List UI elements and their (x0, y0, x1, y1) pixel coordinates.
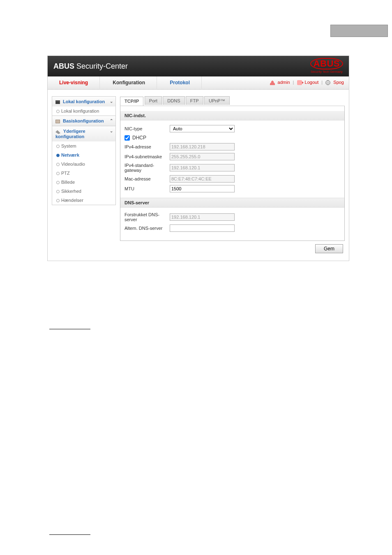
ipv4-addr-label: IPv4-adresse (125, 144, 170, 149)
button-row: Gem (120, 241, 345, 253)
ipv4-gw-label: IPv4-standard-gateway (125, 163, 170, 173)
subtab-ftp[interactable]: FTP (186, 96, 203, 105)
wrench-icon (55, 129, 60, 134)
sidebar-group-basis[interactable]: Basiskonfiguration ⌃ (52, 116, 115, 126)
sidebar-item-security[interactable]: Sikkerhed (52, 187, 115, 196)
sidebar-item-label: System (61, 143, 76, 148)
header: ABUS Security-Center ABUS Security Tech … (48, 56, 349, 76)
sidebar: Lokal konfiguration ⌄ Lokal konfiguratio… (52, 96, 116, 253)
ipv4-mask-label: IPv4-subnetmaske (125, 154, 170, 159)
sidebar-item-label: Lokal konfiguration (61, 109, 99, 113)
lang-link[interactable]: Spog (333, 80, 344, 85)
subtabs: TCP/IP Port DDNS FTP UPnP™ (120, 96, 345, 106)
folder-icon (55, 120, 60, 123)
mac-input[interactable] (170, 175, 235, 183)
mac-label: Mac-adresse (125, 176, 170, 181)
subtab-tcpip[interactable]: TCP/IP (120, 97, 143, 106)
sidebar-item-label: Sikkerhed (61, 189, 81, 194)
sidebar-item-image[interactable]: Billede (52, 178, 115, 187)
title-thin: Security-Center (74, 62, 128, 70)
dns-pref-label: Forstrukket DNS-server (125, 212, 170, 222)
nic-type-select[interactable]: Auto (170, 125, 235, 132)
sidebar-item-label: PTZ (61, 171, 70, 176)
chevron-down-icon: ⌄ (110, 129, 113, 133)
sidebar-item-videoaudio[interactable]: Video/audio (52, 160, 115, 169)
ipv4-mask-input[interactable] (170, 153, 235, 160)
sidebar-item-label: Billede (61, 180, 75, 185)
dns-pref-input[interactable] (170, 213, 235, 221)
save-button[interactable]: Gem (315, 244, 343, 253)
subtab-port[interactable]: Port (145, 96, 162, 105)
sidebar-item-system[interactable]: System (52, 141, 115, 150)
sep: | (293, 80, 294, 85)
ipv4-gw-input[interactable] (170, 164, 235, 171)
brand-logo: ABUS Security Tech Germany (310, 58, 343, 74)
sidebar-item-events[interactable]: Hændelser (52, 196, 115, 205)
dns-alt-label: Altern. DNS-server (125, 226, 170, 231)
form-panel: NIC-indst. NIC-type Auto DHCP IPv4-adres… (120, 106, 345, 241)
chevron-up-icon: ⌃ (110, 118, 113, 123)
mtu-input[interactable] (170, 185, 235, 192)
topnav: Live-visning Konfiguration Protokol admi… (48, 76, 349, 90)
topnav-right: admin | Logout | Spog (269, 80, 345, 85)
chevron-down-icon: ⌄ (110, 99, 113, 104)
section-dns: DNS-server (120, 198, 344, 208)
admin-link[interactable]: admin (278, 80, 290, 85)
dns-alt-input[interactable] (170, 224, 235, 232)
logo-text: ABUS (310, 58, 343, 69)
subtab-ddns[interactable]: DDNS (163, 96, 184, 105)
dhcp-checkbox[interactable] (125, 135, 130, 141)
sidebar-group-label: Basiskonfiguration (63, 118, 104, 123)
sidebar-group-local[interactable]: Lokal konfiguration ⌄ (52, 97, 115, 106)
nic-type-label: NIC-type (125, 126, 170, 131)
section-nic: NIC-indst. (120, 111, 344, 120)
user-icon (270, 80, 275, 85)
monitor-icon (55, 100, 60, 104)
logo-tagline: Security Tech Germany (310, 70, 343, 74)
content: Lokal konfiguration ⌄ Lokal konfiguratio… (48, 90, 349, 261)
sidebar-item-local-config[interactable]: Lokal konfiguration (52, 106, 115, 116)
subtab-upnp[interactable]: UPnP™ (204, 96, 230, 105)
globe-icon (325, 80, 330, 85)
sidebar-item-label: Netværk (61, 153, 79, 157)
sidebar-group-label: Lokal konfiguration (63, 99, 105, 104)
page-gray-box (330, 25, 388, 37)
sidebar-item-network[interactable]: Netværk (52, 150, 115, 160)
sidebar-group-label: Yderligere konfiguration (55, 129, 85, 139)
app-title: ABUS Security-Center (53, 56, 343, 76)
sep: | (321, 80, 323, 85)
page-underline (49, 329, 90, 329)
tab-protocol[interactable]: Protokol (158, 76, 202, 89)
logout-icon (297, 80, 302, 85)
ipv4-addr-input[interactable] (170, 143, 235, 150)
title-bold: ABUS (53, 62, 74, 70)
mtu-label: MTU (125, 186, 170, 191)
dhcp-label: DHCP (132, 135, 146, 141)
page-underline (49, 534, 90, 535)
logout-link[interactable]: Logout (305, 80, 319, 85)
sidebar-group-further[interactable]: Yderligere konfiguration ⌄ (52, 126, 115, 141)
sidebar-item-ptz[interactable]: PTZ (52, 169, 115, 178)
tab-live[interactable]: Live-visning (48, 76, 100, 89)
sidebar-item-label: Hændelser (61, 198, 83, 203)
app-window: ? ABUS Security-Center ABUS Security Tec… (47, 56, 349, 261)
sidebar-item-label: Video/audio (61, 162, 85, 166)
main: TCP/IP Port DDNS FTP UPnP™ NIC-indst. NI… (120, 96, 345, 253)
tab-config[interactable]: Konfiguration (101, 76, 157, 89)
